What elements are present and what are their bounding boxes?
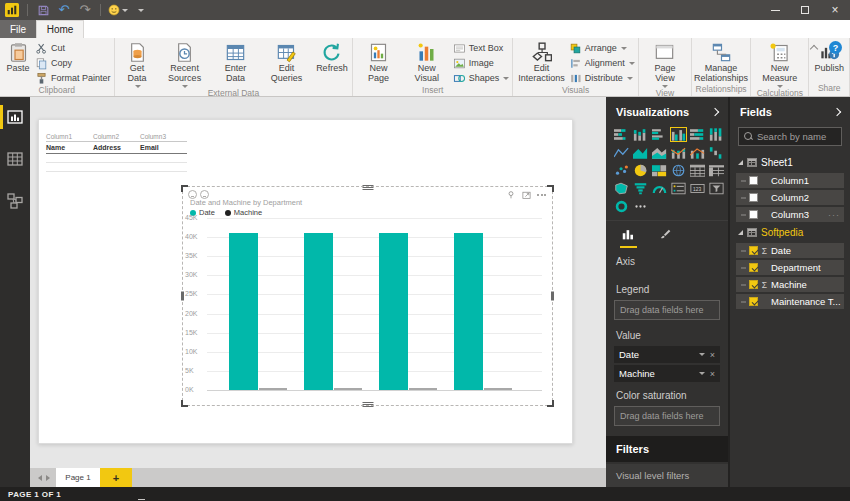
field-row-maintenance-t[interactable]: Maintenance T... xyxy=(736,294,844,309)
new-page-button[interactable]: New Page xyxy=(356,40,401,84)
field-options-caret-icon[interactable] xyxy=(699,372,705,375)
tab-format[interactable] xyxy=(657,226,673,248)
manage-relationships-button[interactable]: Manage Relationships xyxy=(695,40,747,84)
clustered-bar-chart-icon[interactable] xyxy=(651,127,668,142)
field-search-box[interactable] xyxy=(738,127,842,146)
pin-visual-icon[interactable] xyxy=(506,190,516,200)
machine-bar[interactable] xyxy=(484,388,512,390)
customize-toolbar-button[interactable] xyxy=(133,2,149,18)
field-checkbox[interactable] xyxy=(749,210,758,219)
line-and-stacked-column-chart-icon[interactable] xyxy=(670,145,687,160)
page-tab-page1[interactable]: Page 1 xyxy=(56,468,100,487)
funnel-icon[interactable] xyxy=(632,181,649,196)
date-bar[interactable] xyxy=(379,233,408,390)
tab-field-wells[interactable] xyxy=(620,226,637,248)
remove-field-icon[interactable]: × xyxy=(710,350,715,360)
fields-table-softpedia[interactable]: Softpedia xyxy=(736,224,844,241)
stacked-column-chart-icon[interactable] xyxy=(632,127,649,142)
multi-row-card-icon[interactable] xyxy=(670,181,687,196)
card-icon[interactable]: 123 xyxy=(689,181,706,196)
selection-handle[interactable] xyxy=(547,400,554,407)
alignment-button[interactable]: Alignment xyxy=(569,56,635,70)
text-box-button[interactable]: Text Box xyxy=(453,41,510,55)
collapse-pane-icon[interactable] xyxy=(711,108,719,116)
field-row-date[interactable]: ΣDate xyxy=(736,243,844,258)
edit-interactions-button[interactable]: Edit Interactions xyxy=(516,40,567,84)
fields-table-sheet1[interactable]: Sheet1 xyxy=(736,154,844,171)
tab-home[interactable]: Home xyxy=(36,20,84,38)
recent-sources-button[interactable]: Recent Sources xyxy=(159,40,211,88)
field-row-column2[interactable]: Column2 xyxy=(736,190,844,205)
field-options-caret-icon[interactable] xyxy=(699,353,705,356)
field-checkbox[interactable] xyxy=(749,246,758,255)
report-workspace[interactable]: Column1Column2Column3 NameAddressEmail xyxy=(30,97,606,468)
waterfall-chart-icon[interactable] xyxy=(708,145,725,160)
pie-chart-icon[interactable] xyxy=(632,163,649,178)
gauge-icon[interactable] xyxy=(651,181,668,196)
save-button[interactable] xyxy=(35,2,51,18)
table-visual[interactable]: Column1Column2Column3 NameAddressEmail xyxy=(46,133,187,172)
line-chart-icon[interactable] xyxy=(613,145,630,160)
field-row-column1[interactable]: Column1 xyxy=(736,173,844,188)
format-painter-button[interactable]: Format Painter xyxy=(35,71,111,85)
slicer-icon[interactable] xyxy=(708,181,725,196)
report-page-canvas[interactable]: Column1Column2Column3 NameAddressEmail xyxy=(38,119,573,444)
selection-handle[interactable] xyxy=(547,185,554,192)
value-field-pill-machine[interactable]: Machine× xyxy=(614,365,720,382)
matrix-icon[interactable] xyxy=(708,163,725,178)
redo-button[interactable]: ↷ xyxy=(77,2,93,18)
date-bar[interactable] xyxy=(304,233,333,390)
field-checkbox[interactable] xyxy=(749,280,758,289)
copy-button[interactable]: Copy xyxy=(35,56,111,70)
field-checkbox[interactable] xyxy=(749,176,758,185)
field-more-options-icon[interactable]: ··· xyxy=(828,210,844,220)
arrange-button[interactable]: Arrange xyxy=(569,41,635,55)
selection-handle[interactable] xyxy=(181,185,188,192)
stacked-bar-chart-icon[interactable] xyxy=(613,127,630,142)
machine-bar[interactable] xyxy=(409,388,437,390)
100-stacked-column-chart-icon[interactable] xyxy=(708,127,725,142)
image-button[interactable]: Image xyxy=(453,56,510,70)
legend-dropwell[interactable]: Drag data fields here xyxy=(614,300,720,320)
date-bar[interactable] xyxy=(229,233,258,390)
distribute-button[interactable]: Distribute xyxy=(569,71,635,85)
previous-page-icon[interactable] xyxy=(38,475,42,481)
cut-button[interactable]: Cut xyxy=(35,41,111,55)
field-checkbox[interactable] xyxy=(749,263,758,272)
clustered-column-chart-icon[interactable] xyxy=(670,127,687,142)
color-saturation-dropwell[interactable]: Drag data fields here xyxy=(614,406,720,426)
expander-icon[interactable] xyxy=(738,160,743,165)
selection-handle[interactable] xyxy=(181,400,188,407)
drag-grip[interactable] xyxy=(362,185,373,190)
tab-file[interactable]: File xyxy=(0,20,36,38)
treemap-icon[interactable] xyxy=(651,163,668,178)
legend-item-machine[interactable]: Machine xyxy=(225,208,262,217)
remove-field-icon[interactable]: × xyxy=(710,369,715,379)
more-options-icon[interactable] xyxy=(537,194,546,196)
get-data-button[interactable]: Get Data xyxy=(118,40,157,88)
scatter-chart-icon[interactable] xyxy=(613,163,630,178)
refresh-button[interactable]: Refresh xyxy=(315,40,350,74)
table-icon[interactable] xyxy=(689,163,706,178)
page-view-button[interactable]: Page View xyxy=(642,40,688,88)
100-stacked-bar-chart-icon[interactable] xyxy=(689,127,706,142)
field-row-department[interactable]: Department xyxy=(736,260,844,275)
stacked-area-chart-icon[interactable] xyxy=(651,145,668,160)
shapes-button[interactable]: Shapes xyxy=(453,71,510,85)
search-input[interactable] xyxy=(757,131,837,142)
maximize-button[interactable] xyxy=(790,0,820,20)
minimize-button[interactable] xyxy=(760,0,790,20)
date-bar[interactable] xyxy=(454,233,483,390)
new-visual-button[interactable]: New Visual xyxy=(403,40,451,84)
edit-queries-button[interactable]: Edit Queries xyxy=(261,40,313,84)
line-and-clustered-column-chart-icon[interactable] xyxy=(689,145,706,160)
collapse-pane-icon[interactable] xyxy=(833,108,841,116)
donut-chart-icon[interactable] xyxy=(613,199,630,214)
field-checkbox[interactable] xyxy=(749,297,758,306)
value-field-pill-date[interactable]: Date× xyxy=(614,346,720,363)
new-measure-button[interactable]: New Measure xyxy=(754,40,805,88)
more-visuals-icon[interactable] xyxy=(632,199,649,214)
machine-bar[interactable] xyxy=(259,388,287,390)
drag-grip[interactable] xyxy=(362,402,373,407)
machine-bar[interactable] xyxy=(334,388,362,390)
